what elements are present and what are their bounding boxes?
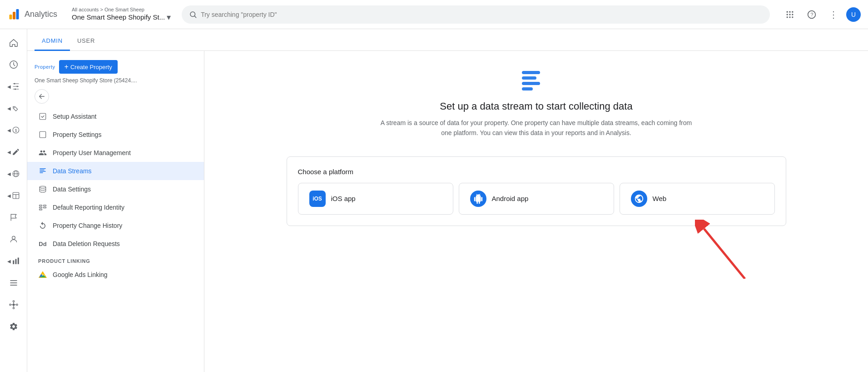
tab-user[interactable]: USER: [70, 32, 102, 51]
menu-item-setup-assistant[interactable]: Setup Assistant: [27, 107, 204, 126]
apps-icon-button[interactable]: [781, 5, 799, 24]
menu-item-google-ads[interactable]: Google Ads Linking: [27, 266, 204, 284]
account-name-dropdown[interactable]: One Smart Sheep Shopify St... ▾: [72, 12, 171, 22]
stream-hero-title: Set up a data stream to start collecting…: [440, 101, 632, 112]
nav-flag-button[interactable]: [4, 207, 24, 227]
search-input[interactable]: [201, 11, 763, 18]
svg-rect-1: [13, 12, 15, 20]
tab-admin[interactable]: ADMIN: [35, 32, 70, 51]
help-icon-button[interactable]: ?: [803, 5, 821, 24]
data-settings-icon: [38, 185, 47, 194]
left-nav: ◀ ◀ ◀: [0, 29, 27, 372]
svg-point-17: [14, 83, 15, 85]
menu-item-data-deletion[interactable]: Dd Data Deletion Requests: [27, 235, 204, 253]
menu-item-reporting-identity[interactable]: Default Reporting Identity: [27, 198, 204, 216]
svg-rect-48: [40, 170, 45, 171]
help-icon: ?: [807, 10, 816, 19]
svg-rect-62: [522, 82, 540, 85]
platform-section: Choose a platform iOS iOS app: [287, 156, 786, 226]
search-icon: [189, 10, 197, 19]
svg-text:?: ?: [811, 12, 813, 17]
back-arrow-icon: [38, 93, 45, 100]
svg-rect-49: [40, 171, 46, 172]
nav-table-button[interactable]: ◀: [4, 186, 24, 206]
side-panel: Property + Create Property One Smart She…: [27, 51, 204, 372]
svg-point-18: [16, 86, 18, 87]
nav-advertising-button[interactable]: ◀: [4, 98, 24, 118]
content-area: ADMIN USER Property + Create Property On…: [27, 29, 868, 372]
svg-rect-2: [16, 9, 19, 20]
svg-rect-32: [17, 258, 19, 264]
plus-icon: +: [64, 63, 69, 71]
apps-grid-icon: [785, 10, 794, 19]
expand-icon-table: ◀: [7, 193, 11, 198]
svg-text:$: $: [15, 129, 17, 133]
main-layout: ◀ ◀ ◀: [0, 29, 868, 372]
google-ads-icon: [38, 270, 47, 279]
svg-rect-0: [10, 15, 12, 20]
menu-item-user-management[interactable]: Property User Management: [27, 144, 204, 162]
dollar-icon: $: [12, 126, 20, 134]
menu-item-data-settings[interactable]: Data Settings: [27, 180, 204, 198]
setup-assistant-icon: [38, 112, 47, 121]
account-selector[interactable]: All accounts > One Smart Sheep One Smart…: [72, 7, 171, 22]
nav-pencil-button[interactable]: ◀: [4, 142, 24, 162]
person-icon: [9, 235, 18, 244]
svg-line-65: [704, 229, 745, 279]
nav-list-button[interactable]: [4, 273, 24, 293]
admin-content: Property + Create Property One Smart She…: [27, 51, 868, 372]
svg-point-39: [9, 304, 10, 305]
user-management-icon: [38, 148, 47, 157]
chevron-down-icon: ▾: [167, 12, 171, 22]
nav-reports-button[interactable]: [4, 55, 24, 75]
nav-dollar-button[interactable]: ◀ $: [4, 120, 24, 140]
tabs-section: ADMIN USER Property + Create Property On…: [27, 29, 868, 372]
tabs-bar: ADMIN USER: [27, 29, 868, 51]
header: Analytics All accounts > One Smart Sheep…: [0, 0, 868, 29]
avatar[interactable]: U: [846, 7, 861, 22]
stream-hero-desc: A stream is a source of data for your pr…: [377, 118, 695, 138]
expand-icon: ◀: [7, 84, 11, 89]
nav-explore-button[interactable]: ◀: [4, 76, 24, 96]
nav-globe-button[interactable]: ◀: [4, 164, 24, 184]
platform-card-web[interactable]: Web: [620, 183, 775, 215]
web-globe-icon: [631, 191, 647, 207]
menu-item-change-history[interactable]: Property Change History: [27, 216, 204, 235]
home-icon: [9, 38, 19, 48]
clock-icon: [9, 60, 19, 70]
svg-point-19: [15, 89, 16, 90]
more-options-button[interactable]: ⋮: [824, 5, 843, 24]
change-history-icon: [38, 221, 47, 230]
property-account-name: One Smart Sheep Shopify Store (25424....: [27, 77, 204, 89]
expand-icon-edit: ◀: [7, 150, 11, 155]
back-button[interactable]: [35, 89, 49, 104]
svg-point-6: [789, 11, 790, 12]
menu-item-data-streams[interactable]: Data Streams: [27, 162, 204, 180]
table-icon: [12, 191, 20, 200]
main-content: Set up a data stream to start collecting…: [204, 51, 868, 372]
platform-card-android[interactable]: Android app: [459, 183, 614, 215]
svg-rect-31: [15, 259, 16, 264]
svg-point-38: [13, 307, 14, 309]
svg-rect-56: [40, 209, 42, 210]
svg-point-12: [789, 16, 790, 18]
platform-card-ios[interactable]: iOS iOS app: [298, 183, 453, 215]
menu-item-property-settings[interactable]: Property Settings: [27, 126, 204, 144]
nav-home-button[interactable]: [4, 33, 24, 53]
svg-point-51: [40, 186, 46, 188]
product-linking-section-label: PRODUCT LINKING: [27, 253, 204, 266]
create-property-button[interactable]: + Create Property: [59, 60, 118, 74]
nav-chart-button[interactable]: ◀: [4, 251, 24, 271]
svg-point-11: [787, 16, 788, 18]
property-header: Property + Create Property: [27, 58, 204, 77]
nav-person-button[interactable]: [4, 229, 24, 249]
svg-rect-45: [40, 113, 46, 120]
nav-hub-button[interactable]: [4, 295, 24, 315]
nav-settings-button[interactable]: [4, 317, 24, 337]
expand-icon-adv: ◀: [7, 106, 11, 111]
svg-rect-54: [40, 207, 42, 208]
reporting-identity-icon: [38, 203, 47, 212]
search-bar[interactable]: [182, 5, 770, 24]
globe-icon: [12, 170, 20, 178]
platform-cards: iOS iOS app A: [298, 183, 775, 215]
